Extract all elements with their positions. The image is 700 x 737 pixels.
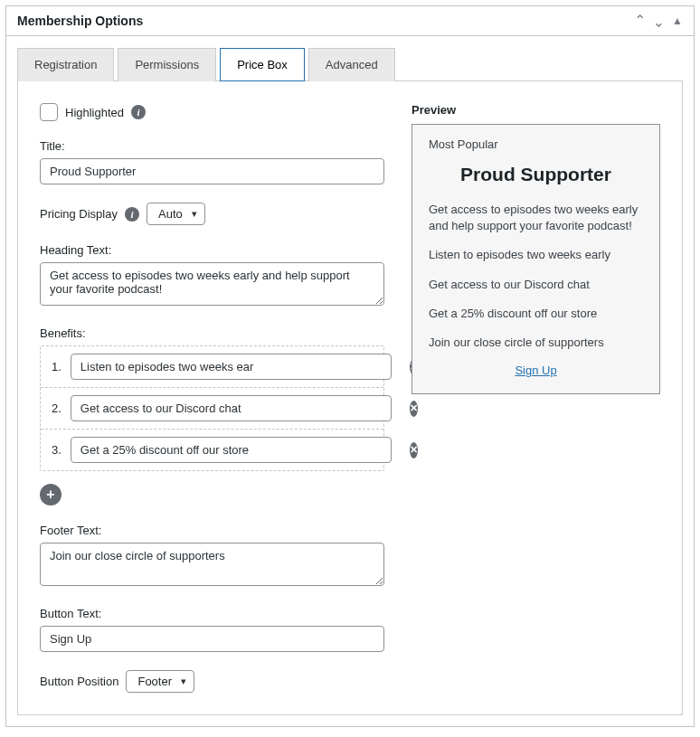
tab-permissions[interactable]: Permissions	[118, 48, 216, 81]
title-field: Title:	[40, 139, 384, 184]
benefit-number: 1.	[52, 360, 61, 373]
preview-link-wrap: Sign Up	[429, 364, 643, 377]
info-icon[interactable]: i	[131, 105, 146, 119]
benefits-field: Benefits: 1. ✕ 2. ✕	[40, 326, 384, 506]
preview-footer-line: Join our close circle of supporters	[429, 335, 643, 351]
tabs: Registration Permissions Price Box Advan…	[17, 47, 683, 81]
pricing-display-value: Auto	[158, 207, 183, 221]
add-benefit-button[interactable]: +	[40, 484, 61, 506]
footer-text-field: Footer Text: Join our close circle of su…	[40, 524, 384, 589]
tab-registration[interactable]: Registration	[17, 48, 114, 81]
button-text-field: Button Text:	[40, 607, 384, 652]
button-position-select[interactable]: Footer ▾	[126, 670, 194, 693]
move-down-icon[interactable]: ⌃	[653, 14, 665, 28]
benefits-table: 1. ✕ 2. ✕ 3.	[40, 345, 384, 471]
preview-title-text: Proud Supporter	[429, 164, 643, 185]
title-label: Title:	[40, 139, 384, 153]
benefit-number: 3.	[52, 443, 61, 457]
button-position-value: Footer	[137, 675, 172, 688]
tab-price-box[interactable]: Price Box	[220, 48, 305, 81]
metabox-body: Registration Permissions Price Box Advan…	[6, 36, 694, 726]
metabox-controls: ⌃ ⌃ ▲	[634, 14, 683, 28]
heading-text-textarea[interactable]: Get access to episodes two weeks early a…	[40, 262, 384, 306]
remove-benefit-icon[interactable]: ✕	[410, 442, 418, 458]
form-left-column: Highlighted i Title: Pricing Display i A…	[40, 103, 384, 693]
preview-column: Preview Most Popular Proud Supporter Get…	[411, 103, 660, 394]
benefit-input[interactable]	[71, 395, 392, 421]
pricing-display-select[interactable]: Auto ▾	[147, 203, 205, 225]
footer-text-label: Footer Text:	[40, 524, 384, 537]
toggle-panel-icon[interactable]: ▲	[672, 15, 683, 26]
price-box-panel: Highlighted i Title: Pricing Display i A…	[17, 81, 683, 715]
benefit-input[interactable]	[71, 354, 392, 380]
footer-text-textarea[interactable]: Join our close circle of supporters	[40, 543, 384, 586]
button-text-input[interactable]	[40, 626, 384, 652]
remove-benefit-icon[interactable]: ✕	[410, 401, 418, 417]
title-input[interactable]	[40, 158, 384, 184]
membership-options-metabox: Membership Options ⌃ ⌃ ▲ Registration Pe…	[5, 5, 695, 727]
highlighted-field: Highlighted i	[40, 103, 384, 121]
preview-badge: Most Popular	[429, 137, 643, 151]
benefits-label: Benefits:	[40, 326, 384, 340]
pricing-display-label: Pricing Display	[40, 207, 118, 221]
info-icon[interactable]: i	[125, 207, 139, 222]
pricing-display-field: Pricing Display i Auto ▾	[40, 203, 384, 225]
benefit-row[interactable]: 1. ✕	[41, 346, 383, 388]
move-up-icon[interactable]: ⌃	[634, 14, 646, 28]
preview-box: Most Popular Proud Supporter Get access …	[411, 124, 660, 394]
preview-benefit-line: Get access to our Discord chat	[429, 277, 643, 293]
benefit-row[interactable]: 2. ✕	[41, 388, 383, 430]
preview-benefit-line: Get a 25% discount off our store	[429, 306, 643, 322]
button-text-label: Button Text:	[40, 607, 384, 620]
metabox-header: Membership Options ⌃ ⌃ ▲	[6, 6, 694, 36]
highlighted-label: Highlighted	[65, 106, 124, 119]
heading-text-label: Heading Text:	[40, 243, 384, 257]
heading-text-field: Heading Text: Get access to episodes two…	[40, 243, 384, 308]
benefit-input[interactable]	[71, 437, 392, 463]
metabox-title: Membership Options	[17, 14, 143, 28]
highlighted-checkbox[interactable]	[40, 103, 58, 121]
chevron-down-icon: ▾	[192, 208, 197, 220]
tab-advanced[interactable]: Advanced	[308, 48, 395, 81]
preview-heading-text: Get access to episodes two weeks early a…	[429, 202, 643, 234]
benefit-number: 2.	[52, 402, 61, 415]
preview-benefit-line: Listen to episodes two weeks early	[429, 247, 643, 263]
preview-section-title: Preview	[411, 103, 660, 117]
button-position-label: Button Position	[40, 675, 118, 688]
chevron-down-icon: ▾	[181, 676, 186, 687]
preview-signup-link[interactable]: Sign Up	[515, 364, 556, 377]
benefit-row[interactable]: 3. ✕	[41, 430, 383, 470]
button-position-field: Button Position Footer ▾	[40, 670, 384, 693]
